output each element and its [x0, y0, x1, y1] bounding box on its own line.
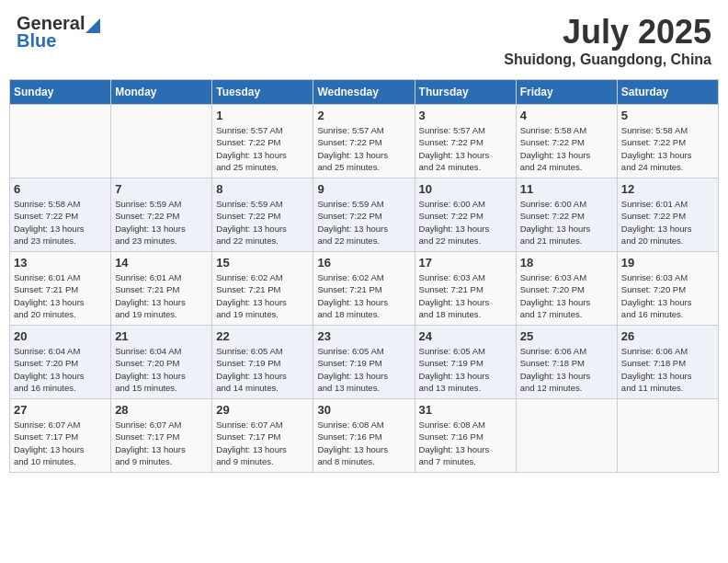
day-info: Sunrise: 5:58 AM Sunset: 7:22 PM Dayligh…	[520, 124, 613, 173]
day-info: Sunrise: 6:05 AM Sunset: 7:19 PM Dayligh…	[419, 345, 512, 394]
day-info: Sunrise: 6:03 AM Sunset: 7:20 PM Dayligh…	[520, 271, 613, 320]
day-number: 31	[419, 403, 512, 417]
day-info: Sunrise: 6:05 AM Sunset: 7:19 PM Dayligh…	[317, 345, 410, 394]
calendar-cell: 24Sunrise: 6:05 AM Sunset: 7:19 PM Dayli…	[415, 326, 516, 399]
day-number: 21	[115, 329, 208, 343]
day-info: Sunrise: 6:02 AM Sunset: 7:21 PM Dayligh…	[317, 271, 410, 320]
day-number: 9	[317, 182, 410, 196]
day-number: 16	[317, 256, 410, 270]
day-info: Sunrise: 6:00 AM Sunset: 7:22 PM Dayligh…	[419, 198, 512, 247]
weekday-header-saturday: Saturday	[617, 80, 718, 105]
day-number: 27	[14, 403, 107, 417]
week-row-1: 1Sunrise: 5:57 AM Sunset: 7:22 PM Daylig…	[10, 105, 719, 178]
calendar-cell	[10, 105, 111, 178]
day-info: Sunrise: 6:07 AM Sunset: 7:17 PM Dayligh…	[216, 419, 309, 467]
weekday-header-tuesday: Tuesday	[212, 80, 313, 105]
day-info: Sunrise: 6:03 AM Sunset: 7:20 PM Dayligh…	[621, 271, 714, 320]
calendar-cell: 1Sunrise: 5:57 AM Sunset: 7:22 PM Daylig…	[212, 105, 313, 178]
calendar-cell: 31Sunrise: 6:08 AM Sunset: 7:16 PM Dayli…	[415, 399, 516, 473]
calendar-table: SundayMondayTuesdayWednesdayThursdayFrid…	[9, 79, 719, 473]
day-info: Sunrise: 6:04 AM Sunset: 7:20 PM Dayligh…	[115, 345, 208, 394]
day-info: Sunrise: 6:00 AM Sunset: 7:22 PM Dayligh…	[520, 198, 613, 247]
month-title: July 2025	[504, 13, 711, 52]
day-info: Sunrise: 5:59 AM Sunset: 7:22 PM Dayligh…	[216, 198, 309, 247]
day-info: Sunrise: 6:01 AM Sunset: 7:21 PM Dayligh…	[14, 271, 107, 320]
day-number: 13	[14, 256, 107, 270]
day-number: 17	[419, 256, 512, 270]
svg-marker-0	[85, 18, 100, 33]
day-number: 10	[419, 182, 512, 196]
weekday-header-monday: Monday	[111, 80, 212, 105]
day-number: 24	[419, 329, 512, 343]
day-number: 28	[115, 403, 208, 417]
day-number: 20	[14, 329, 107, 343]
day-info: Sunrise: 6:01 AM Sunset: 7:22 PM Dayligh…	[621, 198, 714, 247]
weekday-header-wednesday: Wednesday	[313, 80, 415, 105]
calendar-cell: 12Sunrise: 6:01 AM Sunset: 7:22 PM Dayli…	[617, 178, 718, 252]
day-info: Sunrise: 6:03 AM Sunset: 7:21 PM Dayligh…	[419, 271, 512, 320]
day-number: 23	[317, 329, 410, 343]
day-info: Sunrise: 6:06 AM Sunset: 7:18 PM Dayligh…	[621, 345, 714, 394]
calendar-cell: 26Sunrise: 6:06 AM Sunset: 7:18 PM Dayli…	[617, 326, 718, 399]
day-number: 6	[14, 182, 107, 196]
weekday-header-sunday: Sunday	[10, 80, 111, 105]
day-number: 8	[216, 182, 309, 196]
day-info: Sunrise: 5:58 AM Sunset: 7:22 PM Dayligh…	[621, 124, 714, 173]
day-info: Sunrise: 5:57 AM Sunset: 7:22 PM Dayligh…	[317, 124, 410, 173]
calendar-cell: 9Sunrise: 5:59 AM Sunset: 7:22 PM Daylig…	[313, 178, 415, 252]
calendar-cell: 16Sunrise: 6:02 AM Sunset: 7:21 PM Dayli…	[313, 252, 415, 326]
calendar-cell: 27Sunrise: 6:07 AM Sunset: 7:17 PM Dayli…	[10, 399, 111, 473]
calendar-cell: 28Sunrise: 6:07 AM Sunset: 7:17 PM Dayli…	[111, 399, 212, 473]
calendar-cell: 11Sunrise: 6:00 AM Sunset: 7:22 PM Dayli…	[516, 178, 617, 252]
day-number: 12	[621, 182, 714, 196]
day-number: 29	[216, 403, 309, 417]
page-header: General Blue July 2025 Shuidong, Guangdo…	[9, 9, 719, 72]
day-info: Sunrise: 5:57 AM Sunset: 7:22 PM Dayligh…	[419, 124, 512, 173]
weekday-header-thursday: Thursday	[415, 80, 516, 105]
weekday-header-row: SundayMondayTuesdayWednesdayThursdayFrid…	[10, 80, 719, 105]
calendar-cell: 15Sunrise: 6:02 AM Sunset: 7:21 PM Dayli…	[212, 252, 313, 326]
day-number: 18	[520, 256, 613, 270]
calendar-cell: 21Sunrise: 6:04 AM Sunset: 7:20 PM Dayli…	[111, 326, 212, 399]
logo-blue-text: Blue	[17, 30, 56, 52]
day-number: 30	[317, 403, 410, 417]
calendar-cell: 6Sunrise: 5:58 AM Sunset: 7:22 PM Daylig…	[10, 178, 111, 252]
calendar-cell: 7Sunrise: 5:59 AM Sunset: 7:22 PM Daylig…	[111, 178, 212, 252]
day-number: 22	[216, 329, 309, 343]
day-number: 2	[317, 109, 410, 122]
day-info: Sunrise: 6:01 AM Sunset: 7:21 PM Dayligh…	[115, 271, 208, 320]
day-number: 5	[621, 109, 714, 122]
day-info: Sunrise: 6:08 AM Sunset: 7:16 PM Dayligh…	[317, 419, 410, 467]
weekday-header-friday: Friday	[516, 80, 617, 105]
day-number: 14	[115, 256, 208, 270]
day-number: 4	[520, 109, 613, 122]
title-section: July 2025 Shuidong, Guangdong, China	[504, 13, 711, 68]
day-number: 3	[419, 109, 512, 122]
day-number: 1	[216, 109, 309, 122]
calendar-cell: 13Sunrise: 6:01 AM Sunset: 7:21 PM Dayli…	[10, 252, 111, 326]
calendar-cell: 17Sunrise: 6:03 AM Sunset: 7:21 PM Dayli…	[415, 252, 516, 326]
day-info: Sunrise: 6:05 AM Sunset: 7:19 PM Dayligh…	[216, 345, 309, 394]
day-info: Sunrise: 6:06 AM Sunset: 7:18 PM Dayligh…	[520, 345, 613, 394]
day-number: 26	[621, 329, 714, 343]
calendar-cell: 3Sunrise: 5:57 AM Sunset: 7:22 PM Daylig…	[415, 105, 516, 178]
calendar-cell: 19Sunrise: 6:03 AM Sunset: 7:20 PM Dayli…	[617, 252, 718, 326]
day-info: Sunrise: 5:57 AM Sunset: 7:22 PM Dayligh…	[216, 124, 309, 173]
day-info: Sunrise: 5:59 AM Sunset: 7:22 PM Dayligh…	[317, 198, 410, 247]
calendar-cell: 8Sunrise: 5:59 AM Sunset: 7:22 PM Daylig…	[212, 178, 313, 252]
calendar-cell: 22Sunrise: 6:05 AM Sunset: 7:19 PM Dayli…	[212, 326, 313, 399]
calendar-cell: 20Sunrise: 6:04 AM Sunset: 7:20 PM Dayli…	[10, 326, 111, 399]
day-number: 11	[520, 182, 613, 196]
day-number: 15	[216, 256, 309, 270]
calendar-cell: 5Sunrise: 5:58 AM Sunset: 7:22 PM Daylig…	[617, 105, 718, 178]
calendar-cell: 2Sunrise: 5:57 AM Sunset: 7:22 PM Daylig…	[313, 105, 415, 178]
calendar-cell	[617, 399, 718, 473]
day-info: Sunrise: 6:02 AM Sunset: 7:21 PM Dayligh…	[216, 271, 309, 320]
day-info: Sunrise: 6:04 AM Sunset: 7:20 PM Dayligh…	[14, 345, 107, 394]
calendar-cell: 30Sunrise: 6:08 AM Sunset: 7:16 PM Dayli…	[313, 399, 415, 473]
logo: General Blue	[17, 13, 101, 52]
day-number: 25	[520, 329, 613, 343]
location-title: Shuidong, Guangdong, China	[504, 52, 711, 68]
logo-triangle-icon	[85, 15, 100, 33]
calendar-cell	[111, 105, 212, 178]
